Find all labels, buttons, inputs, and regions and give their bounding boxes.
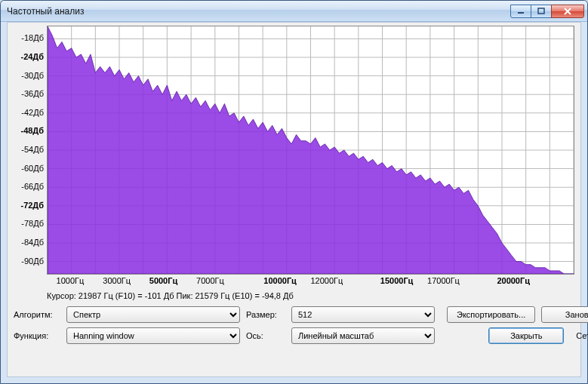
- y-tick: -54Дб: [21, 145, 44, 154]
- x-tick: 7000Гц: [196, 276, 224, 285]
- titlebar[interactable]: Частотный анализ: [1, 1, 587, 22]
- y-tick: -66Дб: [21, 182, 44, 191]
- x-tick: 3000Гц: [103, 276, 131, 285]
- y-tick: -30Дб: [21, 71, 44, 80]
- content-area: -18Дб-24Дб-30Дб-36Дб-42Дб-48Дб-54Дб-60Дб…: [7, 22, 581, 377]
- y-axis: -18Дб-24Дб-30Дб-36Дб-42Дб-48Дб-54Дб-60Дб…: [14, 26, 47, 275]
- y-tick: -90Дб: [21, 257, 44, 266]
- spectrum-svg: [48, 26, 574, 274]
- x-tick: 1000Гц: [57, 276, 85, 285]
- y-tick: -48Дб: [20, 126, 44, 135]
- x-axis: 1000Гц3000Гц5000Гц7000Гц10000Гц12000Гц15…: [47, 275, 574, 288]
- function-label: Функция:: [14, 331, 60, 340]
- size-select[interactable]: 512: [291, 306, 435, 323]
- axis-select[interactable]: Линейный масштаб: [291, 327, 435, 344]
- x-tick: 10000Гц: [263, 276, 297, 285]
- x-tick: 5000Гц: [149, 276, 177, 285]
- grid-label: Сетка: [576, 331, 588, 340]
- app-window: Частотный анализ -18Дб-24Дб-30Дб-36Дб-42…: [0, 0, 588, 384]
- y-tick: -42Дб: [21, 108, 44, 117]
- window-buttons: [511, 5, 584, 18]
- replot-button[interactable]: Заново: [541, 306, 588, 323]
- svg-rect-1: [538, 8, 544, 14]
- y-tick: -78Дб: [21, 219, 44, 228]
- spectrum-chart: -18Дб-24Дб-30Дб-36Дб-42Дб-48Дб-54Дб-60Дб…: [14, 26, 574, 275]
- y-tick: -72Дб: [20, 201, 44, 210]
- y-tick: -36Дб: [21, 89, 44, 98]
- close-button[interactable]: Закрыть: [488, 327, 564, 344]
- controls-grid: Алгоритм: Спектр Размер: 512 Экспортиров…: [14, 306, 574, 344]
- minimize-button[interactable]: [510, 5, 531, 18]
- algorithm-label: Алгоритм:: [14, 310, 60, 319]
- x-tick: 17000Гц: [427, 276, 460, 285]
- x-tick: 15000Гц: [380, 276, 414, 285]
- size-label: Размер:: [246, 310, 285, 319]
- export-button[interactable]: Экспортировать...: [447, 306, 535, 323]
- x-tick: 20000Гц: [497, 276, 530, 285]
- y-tick: -84Дб: [21, 238, 44, 247]
- window-title: Частотный анализ: [7, 6, 511, 17]
- y-tick: -18Дб: [21, 33, 44, 42]
- function-select[interactable]: Hanning window: [66, 327, 240, 344]
- plot-area[interactable]: [47, 26, 574, 275]
- x-tick: 12000Гц: [310, 276, 343, 285]
- maximize-button[interactable]: [531, 5, 552, 18]
- axis-label: Ось:: [246, 331, 285, 340]
- cursor-peak-status: Курсор: 21987 Гц (F10) = -101 Дб Пик: 21…: [47, 291, 574, 300]
- y-tick: -24Дб: [20, 52, 44, 61]
- y-tick: -60Дб: [21, 164, 44, 173]
- close-window-button[interactable]: [551, 5, 584, 18]
- algorithm-select[interactable]: Спектр: [66, 306, 240, 323]
